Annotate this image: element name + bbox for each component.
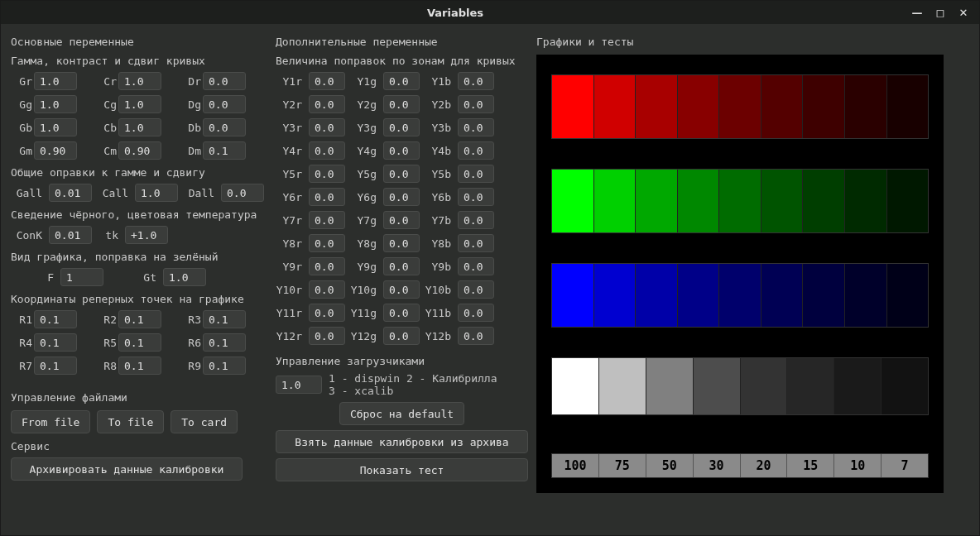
y-r-input[interactable] xyxy=(309,327,345,345)
y-row: Y8rY8gY8b xyxy=(276,234,528,252)
window-title: Variables xyxy=(7,7,903,19)
gg-input[interactable] xyxy=(34,95,77,113)
conk-input[interactable] xyxy=(49,226,92,244)
green-swatch xyxy=(636,170,678,232)
to-file-button[interactable]: To file xyxy=(97,410,164,433)
y-r-input[interactable] xyxy=(309,141,345,160)
call-input[interactable] xyxy=(135,184,178,202)
r4-input[interactable] xyxy=(34,333,77,352)
r5-label: R5 xyxy=(95,337,118,349)
y-b-input[interactable] xyxy=(458,95,494,113)
y-g-input[interactable] xyxy=(383,141,420,160)
gr-input[interactable] xyxy=(34,72,77,90)
cr-label: Cr xyxy=(95,75,118,88)
y-g-input[interactable] xyxy=(383,280,420,299)
red-swatch xyxy=(719,75,761,138)
y-g-input[interactable] xyxy=(383,257,420,275)
y-b-input[interactable] xyxy=(458,257,494,275)
gall-input[interactable] xyxy=(49,184,92,202)
from-file-button[interactable]: From file xyxy=(11,410,90,433)
y-r-input[interactable] xyxy=(309,118,345,136)
y-g-input[interactable] xyxy=(383,234,420,252)
r7-input[interactable] xyxy=(34,357,77,375)
cr-input[interactable] xyxy=(118,72,161,90)
cg-input[interactable] xyxy=(118,95,161,113)
y-rows-container: Y1rY1gY1bY2rY2gY2bY3rY3gY3bY4rY4gY4bY5rY… xyxy=(276,72,528,345)
maximize-icon[interactable]: ◻ xyxy=(931,4,949,21)
to-card-button[interactable]: To card xyxy=(171,410,238,433)
coord-title: Координаты реперных точек на графике xyxy=(11,293,267,305)
y-r-input[interactable] xyxy=(309,95,345,113)
y-g-label: Y8g xyxy=(350,237,378,250)
y-r-input[interactable] xyxy=(309,188,345,206)
y-r-input[interactable] xyxy=(309,211,345,229)
minimize-icon[interactable]: — xyxy=(908,4,926,21)
y-g-label: Y2g xyxy=(350,98,378,111)
y-b-input[interactable] xyxy=(458,118,494,136)
gb-input[interactable] xyxy=(34,118,77,136)
y-g-input[interactable] xyxy=(383,72,420,90)
y-b-input[interactable] xyxy=(458,280,494,299)
red-swatch-row xyxy=(551,74,929,139)
close-icon[interactable]: ✕ xyxy=(954,4,973,21)
tk-input[interactable] xyxy=(125,226,168,244)
r6-input[interactable] xyxy=(203,333,246,352)
y-b-input[interactable] xyxy=(458,327,494,345)
y-r-label: Y11r xyxy=(276,307,304,319)
y-b-input[interactable] xyxy=(458,304,494,322)
y-r-input[interactable] xyxy=(309,257,345,275)
r2-label: R2 xyxy=(95,313,118,326)
dg-input[interactable] xyxy=(203,95,246,113)
gall-label: Gall xyxy=(11,187,44,199)
r8-label: R8 xyxy=(95,360,118,372)
y-g-input[interactable] xyxy=(383,165,420,183)
y-b-input[interactable] xyxy=(458,211,494,229)
gm-input[interactable] xyxy=(34,141,77,160)
common-title: Общие оправки к гамме и сдвигу xyxy=(11,166,267,179)
r5-input[interactable] xyxy=(118,333,161,352)
y-g-input[interactable] xyxy=(383,188,420,206)
y-b-input[interactable] xyxy=(458,141,494,160)
reset-default-button[interactable]: Сброс на default xyxy=(339,402,464,425)
y-g-input[interactable] xyxy=(383,118,420,136)
r4-label: R4 xyxy=(11,337,34,349)
cm-input[interactable] xyxy=(118,141,161,160)
r9-input[interactable] xyxy=(203,357,246,375)
y-r-input[interactable] xyxy=(309,234,345,252)
dr-input[interactable] xyxy=(203,72,246,90)
y-g-input[interactable] xyxy=(383,95,420,113)
y-r-input[interactable] xyxy=(309,72,345,90)
r3-input[interactable] xyxy=(203,310,246,328)
y-g-input[interactable] xyxy=(383,304,420,322)
y-r-label: Y5r xyxy=(276,168,304,180)
y-b-label: Y9b xyxy=(425,261,453,273)
y-r-input[interactable] xyxy=(309,280,345,299)
dm-input[interactable] xyxy=(203,141,246,160)
r8-input[interactable] xyxy=(118,357,161,375)
y-g-input[interactable] xyxy=(383,211,420,229)
r1-input[interactable] xyxy=(34,310,77,328)
dall-input[interactable] xyxy=(221,184,264,202)
y-b-input[interactable] xyxy=(458,72,494,90)
number-cell: 15 xyxy=(787,454,834,477)
blue-swatch xyxy=(719,264,761,327)
y-b-input[interactable] xyxy=(458,234,494,252)
archive-button[interactable]: Архивировать данные калибровки xyxy=(11,457,243,481)
gr-label: Gr xyxy=(11,75,34,88)
y-g-input[interactable] xyxy=(383,327,420,345)
db-input[interactable] xyxy=(203,118,246,136)
y-b-input[interactable] xyxy=(458,165,494,183)
y-r-input[interactable] xyxy=(309,165,345,183)
cb-input[interactable] xyxy=(118,118,161,136)
gt-input[interactable] xyxy=(163,268,206,286)
show-test-button[interactable]: Показать тест xyxy=(276,458,528,481)
y-b-input[interactable] xyxy=(458,188,494,206)
r2-input[interactable] xyxy=(118,310,161,328)
y-r-label: Y1r xyxy=(276,75,304,88)
y-r-input[interactable] xyxy=(309,304,345,322)
loader-input[interactable] xyxy=(276,376,322,394)
f-input[interactable] xyxy=(60,268,103,286)
green-swatch xyxy=(887,170,929,232)
take-archive-button[interactable]: Взять данные калибровки из архива xyxy=(276,430,528,453)
db-label: Db xyxy=(180,122,203,134)
